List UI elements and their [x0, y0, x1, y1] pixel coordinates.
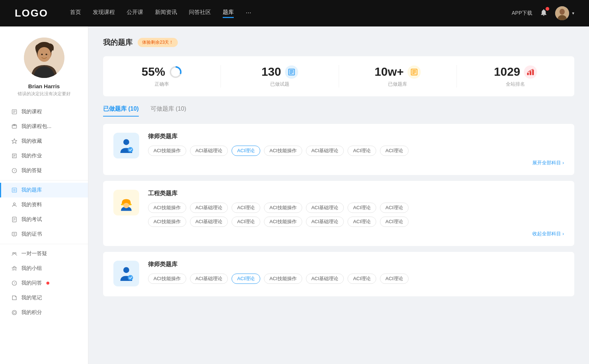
svg-point-59 — [123, 139, 129, 145]
qbank-tag-0-5[interactable]: ACI理论 — [348, 146, 376, 156]
svg-rect-31 — [12, 232, 17, 236]
qbank-tag-1-0[interactable]: ACI技能操作 — [148, 203, 186, 213]
qbank-tag-1-6[interactable]: ACI理论 — [380, 203, 409, 213]
sidebar-item-oneone[interactable]: 一对一答疑 — [0, 246, 88, 261]
qbank-tags-1-row2: ACI技能操作 ACI基础理论 ACI理论 ACI技能操作 ACI基础理论 AC… — [148, 217, 564, 227]
tabs: 已做题库 (10) 可做题库 (10) — [103, 105, 574, 117]
collapse-button-1[interactable]: 收起全部科目 › — [148, 231, 564, 237]
sidebar-item-points[interactable]: 我的积分 — [0, 305, 88, 320]
sidebar-item-group[interactable]: 我的小组 — [0, 261, 88, 276]
avatar-dropdown-arrow: ▾ — [572, 11, 574, 16]
package-icon — [11, 123, 18, 130]
qbank-card-1: 工程类题库 ACI技能操作 ACI基础理论 ACI理论 ACI技能操作 ACI基… — [103, 181, 574, 246]
qbank-tag-2-1[interactable]: ACI基础理论 — [190, 274, 228, 284]
nav-home[interactable]: 首页 — [70, 9, 81, 18]
qbank-tag-2-4[interactable]: ACI基础理论 — [306, 274, 344, 284]
sidebar-item-exam[interactable]: 我的考试 — [0, 212, 88, 227]
stat-rank: 1029 全站排名 — [457, 65, 574, 88]
svg-point-32 — [14, 233, 15, 235]
qbank-icon — [11, 187, 18, 193]
qbank-tag-1-3[interactable]: ACI技能操作 — [264, 203, 302, 213]
qbank-tag-0-4[interactable]: ACI基础理论 — [306, 146, 344, 156]
navbar-right: APP下载 ▾ — [512, 6, 574, 20]
qbank-tag-0-2[interactable]: ACI理论 — [232, 146, 260, 156]
sidebar-item-course[interactable]: 我的课程 — [0, 104, 88, 119]
tab-available[interactable]: 可做题库 (10) — [151, 105, 186, 117]
accuracy-donut-icon — [169, 65, 182, 79]
svg-point-7 — [41, 54, 43, 55]
qbank-tag-2-5[interactable]: ACI理论 — [348, 274, 376, 284]
qbank-tag-0-0[interactable]: ACI技能操作 — [148, 146, 186, 156]
sidebar-item-homework[interactable]: 我的作业 — [0, 149, 88, 163]
svg-marker-16 — [12, 139, 17, 143]
nav-more[interactable]: ··· — [246, 9, 251, 18]
nav-opencourse[interactable]: 公开课 — [127, 9, 143, 18]
questions-badge — [46, 282, 49, 285]
trial-badge: 体验剩余23天！ — [138, 38, 178, 47]
svg-point-62 — [123, 203, 129, 208]
nav-qbank[interactable]: 题库 — [223, 9, 234, 18]
course-icon — [11, 108, 18, 115]
qbank-tag-1-12[interactable]: ACI理论 — [348, 217, 376, 227]
svg-point-8 — [45, 54, 47, 55]
expand-button-0[interactable]: 展开全部科目 › — [148, 160, 564, 166]
qbank-tag-2-0[interactable]: ACI技能操作 — [148, 274, 186, 284]
qbank-tag-1-9[interactable]: ACI理论 — [232, 217, 260, 227]
qbank-tag-1-1[interactable]: ACI基础理论 — [190, 203, 228, 213]
app-download[interactable]: APP下载 — [512, 10, 532, 17]
sidebar-qbank-label: 我的题库 — [21, 187, 42, 193]
nav-discover[interactable]: 发现课程 — [93, 9, 115, 18]
qbank-tag-1-5[interactable]: ACI理论 — [348, 203, 376, 213]
qbank-right-0: 律师类题库 ACI技能操作 ACI基础理论 ACI理论 ACI技能操作 ACI基… — [148, 133, 564, 166]
qbank-tag-1-7[interactable]: ACI技能操作 — [148, 217, 186, 227]
sidebar-course-label: 我的课程 — [21, 108, 42, 115]
qbank-tag-1-13[interactable]: ACI理论 — [380, 217, 409, 227]
nav-links: 首页 发现课程 公开课 新闻资讯 问答社区 题库 ··· — [70, 9, 512, 18]
tab-done[interactable]: 已做题库 (10) — [103, 105, 139, 117]
stat-done-questions-top: 130 — [228, 65, 331, 79]
qbank-tag-1-10[interactable]: ACI技能操作 — [264, 217, 302, 227]
sidebar-item-notes[interactable]: 我的笔记 — [0, 290, 88, 305]
svg-rect-56 — [527, 72, 529, 75]
qbank-tag-1-11[interactable]: ACI基础理论 — [306, 217, 344, 227]
qbank-tag-1-2[interactable]: ACI理论 — [232, 203, 260, 213]
nav-avatar — [555, 6, 569, 20]
notification-badge — [546, 7, 549, 11]
sidebar-item-package[interactable]: 我的课程包... — [0, 119, 88, 134]
qbank-tag-0-1[interactable]: ACI基础理论 — [190, 146, 228, 156]
qbank-tag-0-6[interactable]: ACI理论 — [380, 146, 409, 156]
sidebar-points-label: 我的积分 — [21, 309, 42, 316]
nav-news[interactable]: 新闻资讯 — [155, 9, 177, 18]
sidebar-item-cert[interactable]: 我的证书 — [0, 227, 88, 242]
sidebar-item-qa[interactable]: ? 我的答疑 — [0, 163, 88, 178]
nav-qa[interactable]: 问答社区 — [189, 9, 211, 18]
qbank-tag-0-3[interactable]: ACI技能操作 — [264, 146, 302, 156]
points-icon — [11, 309, 18, 316]
user-avatar-nav[interactable]: ▾ — [555, 6, 574, 20]
sidebar-group-label: 我的小组 — [21, 265, 42, 272]
svg-point-6 — [38, 47, 51, 62]
page-header: 我的题库 体验剩余23天！ — [103, 38, 574, 47]
qbank-tag-2-6[interactable]: ACI理论 — [380, 274, 409, 284]
qbank-tag-1-8[interactable]: ACI基础理论 — [190, 217, 228, 227]
sidebar-item-my-questions[interactable]: ? 我的问答 — [0, 276, 88, 290]
sidebar-item-profile[interactable]: 我的资料 — [0, 197, 88, 212]
qbank-tag-2-3[interactable]: ACI技能操作 — [264, 274, 302, 284]
notification-bell[interactable] — [540, 8, 548, 18]
sidebar-favorites-label: 我的收藏 — [21, 138, 42, 144]
sidebar-qa-label: 我的答疑 — [21, 167, 42, 174]
stat-done-banks-label: 已做题库 — [346, 81, 449, 88]
done-questions-icon — [285, 65, 298, 79]
sidebar-item-qbank[interactable]: 我的题库 — [0, 183, 88, 197]
qbank-title-0: 律师类题库 — [148, 133, 564, 140]
navbar: LOGO 首页 发现课程 公开课 新闻资讯 问答社区 题库 ··· APP下载 … — [0, 0, 589, 26]
stat-done-banks: 10w+ 已做题库 — [339, 65, 457, 88]
stat-done-banks-top: 10w+ — [346, 65, 449, 79]
sidebar-my-questions-label: 我的问答 — [21, 280, 42, 286]
qbank-right-1: 工程类题库 ACI技能操作 ACI基础理论 ACI理论 ACI技能操作 ACI基… — [148, 190, 564, 237]
qbank-tag-1-4[interactable]: ACI基础理论 — [306, 203, 344, 213]
stats-bar: 55% 正确率 130 — [103, 56, 574, 96]
sidebar-item-favorites[interactable]: 我的收藏 — [0, 134, 88, 149]
qbank-tag-2-2[interactable]: ACI理论 — [232, 274, 260, 284]
svg-point-36 — [15, 253, 16, 254]
